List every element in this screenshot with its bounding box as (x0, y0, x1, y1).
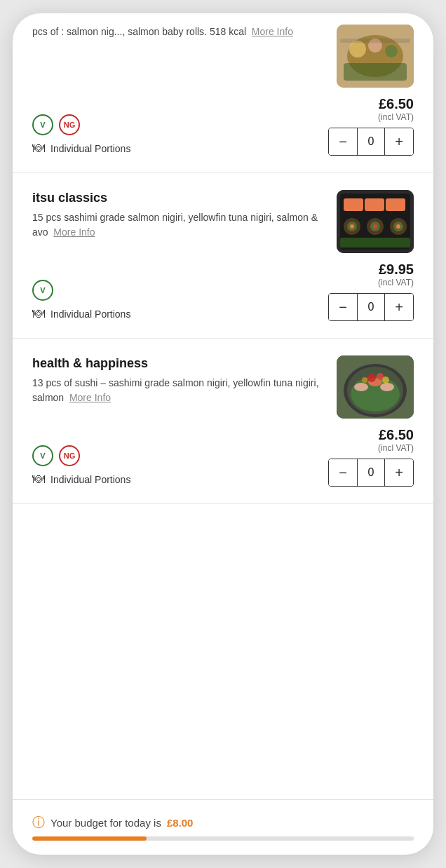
item-image-svg-1 (337, 190, 414, 253)
qty-plus-2[interactable]: + (385, 459, 413, 486)
svg-point-5 (385, 45, 398, 57)
portions-label-1: Individual Portions (50, 308, 130, 320)
budget-progress-fill (32, 836, 147, 841)
item-meta-2: V NG 🍽 Individual Portions (32, 445, 130, 487)
menu-item-partial: pcs of : salmon nig..., salmon baby roll… (13, 13, 433, 173)
price-vat-0: (incl VAT) (378, 112, 414, 122)
scroll-content: pcs of : salmon nig..., salmon baby roll… (13, 13, 433, 855)
svg-rect-21 (340, 238, 410, 247)
budget-icon: ⓘ (32, 814, 45, 831)
item-name-1: itsu classics (32, 190, 325, 206)
badge-v-2: V (32, 445, 53, 466)
qty-plus-1[interactable]: + (385, 294, 413, 320)
item-meta-1: V 🍽 Individual Portions (32, 280, 130, 321)
partial-item-text: pcs of : salmon nig..., salmon baby roll… (32, 25, 337, 39)
price-vat-2: (incl VAT) (378, 443, 414, 453)
price-qty-2: £6.50 (incl VAT) − 0 + (328, 427, 414, 487)
price-amount-2: £6.50 (378, 427, 414, 443)
quantity-control-0: − 0 + (328, 128, 414, 156)
svg-point-32 (382, 377, 389, 384)
item-text-1: itsu classics 15 pcs sashimi grade salmo… (32, 190, 337, 240)
phone-container: pcs of : salmon nig..., salmon baby roll… (13, 13, 433, 855)
budget-amount: £8.00 (167, 817, 194, 829)
item-image-2 (337, 355, 414, 419)
qty-minus-2[interactable]: − (329, 459, 357, 486)
price-qty-1: £9.95 (incl VAT) − 0 + (328, 262, 414, 321)
svg-point-28 (380, 383, 394, 391)
badges-1: V (32, 280, 130, 301)
qty-value-2: 0 (357, 459, 385, 486)
svg-point-31 (362, 377, 367, 383)
svg-rect-9 (344, 198, 363, 211)
item-top-1: itsu classics 15 pcs sashimi grade salmo… (32, 190, 414, 253)
portions-row-2: 🍽 Individual Portions (32, 472, 130, 487)
more-info-link-1[interactable]: More Info (53, 226, 95, 238)
badges-2: V NG (32, 445, 130, 466)
qty-plus-0[interactable]: + (385, 128, 413, 155)
item-image-0 (337, 25, 414, 88)
svg-point-20 (396, 224, 400, 229)
partial-item-meta: V NG 🍽 Individual Portions (32, 114, 130, 156)
svg-point-26 (354, 383, 368, 391)
partial-item-bottom: V NG 🍽 Individual Portions £6.50 (incl V… (32, 96, 414, 156)
qty-value-1: 0 (357, 294, 385, 320)
item-name-2: health & happiness (32, 355, 325, 372)
partial-item-description: pcs of : salmon nig..., salmon baby roll… (32, 25, 325, 39)
svg-rect-10 (365, 198, 384, 211)
svg-rect-2 (344, 63, 407, 81)
badge-ng-0: NG (59, 114, 80, 135)
partial-item-top: pcs of : salmon nig..., salmon baby roll… (32, 25, 414, 88)
menu-item-2: health & happiness 13 pcs of sushi – sas… (13, 339, 433, 504)
budget-progress-bar (32, 836, 414, 841)
badge-v-0: V (32, 114, 53, 135)
item-bottom-2: V NG 🍽 Individual Portions £6.50 (incl V… (32, 427, 414, 487)
qty-minus-0[interactable]: − (329, 128, 357, 155)
portions-icon-0: 🍽 (32, 141, 45, 156)
partial-description-text: pcs of : salmon nig..., salmon baby roll… (32, 26, 246, 37)
item-description-2: 13 pcs of sushi – sashimi grade salmon n… (32, 376, 325, 405)
badge-v-1: V (32, 280, 53, 301)
item-text-2: health & happiness 13 pcs of sushi – sas… (32, 355, 337, 405)
portions-icon-2: 🍽 (32, 472, 45, 487)
svg-point-29 (367, 374, 376, 382)
partial-price: £6.50 (incl VAT) (378, 96, 414, 122)
portions-label-0: Individual Portions (50, 143, 130, 154)
qty-value-0: 0 (357, 128, 385, 155)
item-image-svg-0 (337, 25, 414, 88)
portions-icon-1: 🍽 (32, 306, 45, 321)
price-amount-0: £6.50 (378, 96, 414, 112)
item-top-2: health & happiness 13 pcs of sushi – sas… (32, 355, 414, 419)
partial-portions-row: 🍽 Individual Portions (32, 141, 130, 156)
price-1: £9.95 (incl VAT) (378, 262, 414, 287)
menu-item-1: itsu classics 15 pcs sashimi grade salmo… (13, 173, 433, 339)
more-info-link-2[interactable]: More Info (69, 392, 111, 403)
quantity-control-1: − 0 + (328, 293, 414, 321)
svg-point-14 (350, 224, 354, 229)
item-description-1: 15 pcs sashimi grade salmon nigiri, yell… (32, 210, 325, 240)
spacer (13, 504, 433, 799)
budget-text-row: ⓘ Your budget for today is £8.00 (32, 814, 414, 831)
svg-rect-11 (386, 198, 405, 211)
svg-point-3 (349, 41, 366, 57)
svg-rect-6 (340, 39, 410, 43)
item-image-1 (337, 190, 414, 253)
qty-minus-1[interactable]: − (329, 294, 357, 320)
item-image-svg-2 (337, 355, 414, 419)
price-2: £6.50 (incl VAT) (378, 427, 414, 453)
svg-point-17 (373, 224, 377, 229)
item-bottom-1: V 🍽 Individual Portions £9.95 (incl VAT)… (32, 262, 414, 321)
budget-label-prefix: Your budget for today is (50, 817, 161, 829)
partial-price-qty: £6.50 (incl VAT) − 0 + (328, 96, 414, 156)
portions-label-2: Individual Portions (50, 474, 130, 485)
badge-ng-2: NG (59, 445, 80, 466)
quantity-control-2: − 0 + (328, 459, 414, 487)
partial-badges: V NG (32, 114, 130, 135)
budget-bar: ⓘ Your budget for today is £8.00 (13, 799, 433, 855)
portions-row-1: 🍽 Individual Portions (32, 306, 130, 321)
more-info-link-0[interactable]: More Info (252, 26, 293, 37)
price-vat-1: (incl VAT) (378, 278, 414, 287)
price-amount-1: £9.95 (378, 262, 414, 278)
